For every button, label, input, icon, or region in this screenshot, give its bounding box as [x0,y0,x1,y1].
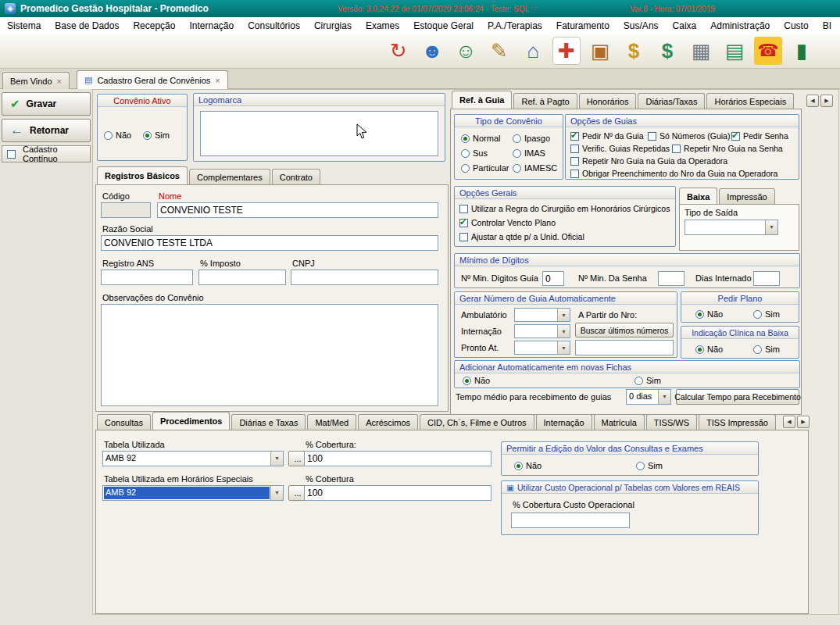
tab-cid-chs-filme-outros[interactable]: CID, Ch´s, Filme e Outros [420,414,534,430]
scroll-right-icon[interactable] [820,95,833,107]
finance-icon[interactable]: $ [653,37,681,65]
tab-procedimentos[interactable]: Procedimentos [152,412,230,430]
radio-normal[interactable]: Normal [461,134,500,143]
checkbox-icon[interactable] [459,219,468,227]
radio-icon[interactable] [695,345,704,354]
checkbox-icon[interactable] [459,205,468,213]
tab-horarios-especiais[interactable]: Horários Especiais [706,93,794,109]
sync-icon[interactable]: ↻ [384,37,413,65]
checkbox-obrigar-preenchimento[interactable]: Obrigar Preenchimento do Nro da Guia na … [570,169,777,178]
radio-icon[interactable] [695,310,704,319]
tab-tiss-ws[interactable]: TISS/WS [646,414,697,430]
tabela-utilizada-dropdown[interactable]: AMB 92 [102,451,284,466]
gravar-button[interactable]: ✔ Gravar [2,92,91,116]
radio-icon[interactable] [513,164,521,173]
tab-complementares[interactable]: Complementares [189,169,270,184]
radio-adicionar-sim[interactable]: Sim [634,376,661,385]
cobertura-especiais-field[interactable] [304,485,491,501]
tab-cadastro-geral-convenios[interactable]: ▤ Cadastro Geral de Convênios × [77,70,228,89]
combo-arrow-icon[interactable] [557,309,570,321]
cadastro-continuo-panel[interactable]: Cadastro Contínuo [2,145,91,162]
tab-close-icon[interactable]: × [215,76,220,85]
radio-ipasgo[interactable]: Ipasgo [513,134,550,143]
radio-permitir-nao[interactable]: Não [514,461,542,470]
radio-icon[interactable] [513,134,521,143]
tab-bem-vindo[interactable]: Bem Vindo × [2,72,70,89]
tab-ref-a-pagto[interactable]: Ref. à Pagto [513,93,577,109]
checkbox-verific-guias-repetidas[interactable]: Verific. Guias Repetidas [570,144,670,153]
radio-icon[interactable] [461,149,470,158]
ambulatorio-dropdown[interactable] [514,308,570,322]
tab-acrescimos[interactable]: Acréscimos [358,414,418,430]
menu-internacao[interactable]: Internação [182,17,241,34]
tab-consultas[interactable]: Consultas [97,414,151,430]
tab-close-icon[interactable]: × [57,77,62,86]
radio-icon[interactable] [753,310,762,319]
logomarca-image-area[interactable] [200,111,438,156]
checkbox-icon[interactable] [570,157,579,166]
menu-pa-terapias[interactable]: P.A./Terapias [481,17,549,34]
scroll-right-icon[interactable] [797,416,810,428]
tab-diarias-taxas[interactable]: Diárias/Taxas [638,93,705,109]
radio-nao[interactable]: Não [104,130,131,140]
radio-indicacao-sim[interactable]: Sim [753,345,780,354]
cobertura-custo-field[interactable] [511,512,630,528]
tab-matricula[interactable]: Matrícula [594,414,645,430]
checkbox-icon[interactable] [570,170,579,178]
registro-ans-field[interactable] [101,270,193,285]
cnpj-field[interactable] [291,270,438,285]
radio-icon[interactable] [753,345,762,354]
tempo-medio-dropdown[interactable]: 0 dias [626,389,671,405]
radio-icon[interactable] [104,131,113,140]
radio-icon[interactable] [634,377,643,385]
safe-icon[interactable]: ▦ [687,37,715,65]
menu-sus-ans[interactable]: Sus/Ans [617,17,666,34]
radio-particular[interactable]: Particular [461,163,509,173]
tab-ref-a-guia[interactable]: Ref. à Guia [452,91,512,109]
scroll-left-icon[interactable] [806,95,819,107]
observacoes-field[interactable] [101,304,438,406]
checkbox-icon[interactable] [648,132,656,141]
checkbox-icon[interactable] [731,132,740,141]
bed-icon[interactable]: ⌂ [519,37,547,65]
stock-icon[interactable]: ▣ [586,37,614,65]
menu-consultorios[interactable]: Consultórios [241,17,307,34]
billing-icon[interactable]: $ [620,37,648,65]
buscar-ultimos-numeros-button[interactable]: Buscar últimos números [575,323,674,338]
checkbox-pedir-numero-guia[interactable]: Pedir Nº da Guia [570,131,644,141]
menu-estoque-geral[interactable]: Estoque Geral [406,17,481,34]
checkbox-icon[interactable] [459,233,468,241]
a-partir-nro-field[interactable] [575,340,674,355]
checkbox-so-numeros[interactable]: Só Números (Guia) [648,131,730,141]
checkbox-icon[interactable] [570,145,579,153]
radio-icon[interactable] [636,462,645,470]
menu-sistema[interactable]: Sistema [0,17,48,34]
menu-exames[interactable]: Exames [359,17,406,34]
combo-arrow-icon[interactable] [557,341,570,354]
checkbox-ajustar-qtde[interactable]: Ajustar a qtde p/ a Unid. Oficial [459,232,584,241]
combo-arrow-icon[interactable] [765,220,777,234]
radio-icon[interactable] [461,134,470,143]
cadastro-continuo-checkbox[interactable] [7,150,16,159]
radio-sus[interactable]: Sus [461,148,488,158]
reception-icon[interactable]: ☻ [418,37,446,65]
schedule-icon[interactable]: ▤ [720,37,749,65]
radio-imas[interactable]: IMAS [513,148,545,158]
combo-arrow-icon[interactable] [557,325,570,338]
notes-icon[interactable]: ✎ [485,37,513,65]
tab-mat-med[interactable]: Mat/Med [307,414,356,430]
min-senha-field[interactable] [658,271,685,286]
checkbox-icon[interactable] [672,145,681,153]
doctor-icon[interactable]: ☺ [452,37,480,65]
min-digitos-guia-field[interactable] [542,271,564,286]
tab-internacao-tabela[interactable]: Internação [536,414,592,430]
checkbox-regra-cirurgiao[interactable]: Utilizar a Regra do Cirurgião em Honorár… [459,204,670,213]
combo-arrow-icon[interactable] [270,452,283,466]
radio-icon[interactable] [143,131,152,140]
tab-contrato[interactable]: Contrato [272,169,320,184]
menu-faturamento[interactable]: Faturamento [549,17,617,34]
toggle-icon[interactable]: ▣ [506,483,514,492]
combo-arrow-icon[interactable] [270,486,283,500]
checkbox-repetir-nro-guia-senha[interactable]: Repetir Nro Guia na Senha [672,144,783,153]
pronto-at-dropdown[interactable] [514,341,570,355]
